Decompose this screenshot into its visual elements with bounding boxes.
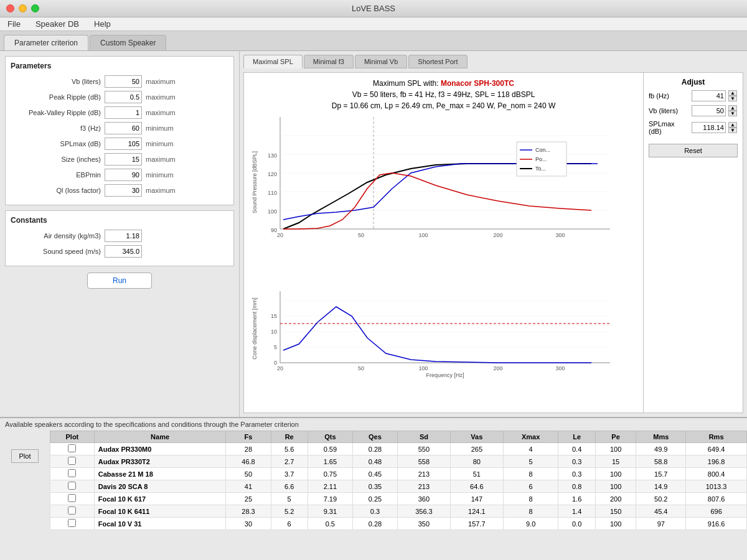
param-input-vb[interactable]: [105, 75, 142, 88]
adjust-label-splmax: SPLmax (dB): [649, 120, 689, 135]
param-label-size: Size (inches): [11, 156, 101, 163]
adjust-input-splmax[interactable]: [692, 122, 726, 133]
param-label-f3: f3 (Hz): [11, 124, 101, 132]
adjust-label-fb: fb (Hz): [649, 92, 689, 100]
svg-text:Sound Pressure [dBSPL]: Sound Pressure [dBSPL]: [251, 151, 258, 213]
param-input-f3[interactable]: [105, 122, 142, 134]
parameters-title: Parameters: [11, 62, 228, 70]
fb-spin-down[interactable]: ▼: [728, 96, 737, 101]
svg-text:300: 300: [555, 365, 565, 371]
speaker-name-6: Focal 10 V 31: [94, 518, 226, 530]
row-checkbox-1[interactable]: [68, 457, 76, 465]
splmax-spin-up[interactable]: ▲: [728, 122, 737, 128]
table-body: Audax PR330M0 285.6 0.590.28 550265 40.4…: [50, 443, 747, 530]
spl-chart: 90 100 110 120 130 20 50 100 200 300: [249, 114, 638, 286]
row-checkbox-3[interactable]: [68, 482, 76, 490]
menu-help[interactable]: Help: [92, 18, 113, 30]
tab-parameter-criterion[interactable]: Parameter criterion: [4, 35, 88, 50]
param-row-splmax: SPLmax (dB) minimum: [11, 138, 228, 150]
table-row: Audax PR330T2 46.82.7 1.650.48 55880 50.…: [50, 455, 747, 468]
outer-tab-bar: Parameter criterion Custom Speaker: [0, 31, 747, 51]
svg-text:20: 20: [277, 232, 283, 238]
plot-btn-area: Plot: [0, 431, 50, 560]
speaker-name-4: Focal 10 K 617: [94, 493, 226, 505]
close-button[interactable]: [6, 4, 14, 12]
col-name: Name: [94, 431, 226, 443]
col-le: Le: [558, 431, 595, 443]
param-input-sound-speed[interactable]: [105, 245, 142, 258]
param-label-ebpmin: EBPmin: [11, 171, 101, 179]
tab-maximal-spl[interactable]: Maximal SPL: [243, 55, 303, 68]
param-label-peak-ripple: Peak Ripple (dB): [11, 93, 101, 101]
param-row-pv-ripple: Peak-Valley Ripple (dB) maximum: [11, 106, 228, 119]
param-suffix-ebpmin: minimum: [146, 171, 174, 179]
param-input-air-density[interactable]: [105, 230, 142, 242]
tab-minimal-f3[interactable]: Minimal f3: [304, 55, 354, 68]
svg-text:120: 120: [268, 171, 277, 177]
col-rms: Rms: [686, 431, 747, 443]
row-checkbox-4[interactable]: [68, 494, 76, 502]
menu-speaker-db[interactable]: Speaker DB: [33, 18, 82, 30]
param-label-pv-ripple: Peak-Valley Ripple (dB): [11, 109, 101, 116]
param-row-ql: Ql (loss factor) maximum: [11, 184, 228, 197]
speakers-table: Plot Name Fs Re Qts Qes Sd Vas Xmax Le P…: [50, 431, 747, 530]
row-checkbox-0[interactable]: [68, 444, 76, 452]
col-fs: Fs: [226, 431, 271, 443]
table-row: Audax PR330M0 285.6 0.590.28 550265 40.4…: [50, 443, 747, 455]
col-sd: Sd: [397, 431, 450, 443]
traffic-lights: [6, 4, 39, 12]
param-input-peak-ripple[interactable]: [105, 91, 142, 103]
right-panel: Maximal SPL Minimal f3 Minimal Vb Shorte…: [240, 51, 747, 417]
splmax-spin-down[interactable]: ▼: [728, 128, 737, 133]
menu-file[interactable]: File: [5, 18, 23, 30]
vb-spin-up[interactable]: ▲: [728, 105, 737, 111]
col-vas: Vas: [450, 431, 503, 443]
col-qes: Qes: [352, 431, 397, 443]
svg-text:200: 200: [493, 232, 502, 238]
row-checkbox-6[interactable]: [68, 519, 76, 527]
fb-spinner: ▲ ▼: [728, 90, 737, 101]
menu-bar: File Speaker DB Help: [0, 17, 747, 31]
row-checkbox-2[interactable]: [68, 469, 76, 477]
svg-text:90: 90: [271, 227, 277, 233]
param-input-splmax[interactable]: [105, 138, 142, 150]
row-checkbox-5[interactable]: [68, 506, 76, 515]
minimize-button[interactable]: [19, 4, 27, 12]
table-area: Plot Name Fs Re Qts Qes Sd Vas Xmax Le P…: [50, 431, 747, 560]
param-row-peak-ripple: Peak Ripple (dB) maximum: [11, 91, 228, 103]
tab-shortest-port[interactable]: Shortest Port: [408, 55, 467, 68]
chart-info: Maximum SPL with: Monacor SPH-300TC Vb =…: [244, 73, 643, 114]
plot-side-button[interactable]: Plot: [11, 449, 39, 463]
constants-section: Constants Air density (kg/m3) Sound spee…: [5, 210, 234, 266]
maximize-button[interactable]: [31, 4, 39, 12]
param-label-air-density: Air density (kg/m3): [11, 232, 101, 240]
reset-button[interactable]: Reset: [649, 144, 738, 157]
tab-custom-speaker[interactable]: Custom Speaker: [90, 35, 166, 50]
param-suffix-ql: maximum: [146, 187, 176, 194]
svg-text:50: 50: [358, 232, 364, 238]
svg-text:Po...: Po...: [535, 156, 547, 162]
run-button[interactable]: Run: [87, 273, 152, 289]
inner-tab-bar: Maximal SPL Minimal f3 Minimal Vb Shorte…: [243, 55, 743, 68]
param-input-pv-ripple[interactable]: [105, 106, 142, 119]
col-plot: Plot: [50, 431, 95, 443]
col-xmax: Xmax: [503, 431, 558, 443]
svg-text:300: 300: [555, 232, 565, 238]
param-row-air-density: Air density (kg/m3): [11, 230, 228, 242]
svg-text:100: 100: [268, 208, 277, 215]
param-input-ql[interactable]: [105, 184, 142, 197]
adjust-input-vb[interactable]: [692, 105, 726, 116]
speaker-name: Monacor SPH-300TC: [441, 79, 514, 88]
vb-spin-down[interactable]: ▼: [728, 111, 737, 116]
fb-spin-up[interactable]: ▲: [728, 90, 737, 96]
tab-minimal-vb[interactable]: Minimal Vb: [355, 55, 407, 68]
param-row-size: Size (inches) maximum: [11, 153, 228, 166]
svg-text:5: 5: [274, 344, 277, 350]
param-input-ebpmin[interactable]: [105, 169, 142, 181]
adjust-input-fb[interactable]: [692, 90, 726, 101]
table-row: Focal 10 K 617 255 7.190.25 360147 81.6 …: [50, 493, 747, 505]
svg-text:200: 200: [493, 365, 502, 371]
param-row-f3: f3 (Hz) minimum: [11, 122, 228, 134]
table-row: Focal 10 K 6411 28.35.2 9.310.3 356.3124…: [50, 505, 747, 518]
param-input-size[interactable]: [105, 153, 142, 166]
